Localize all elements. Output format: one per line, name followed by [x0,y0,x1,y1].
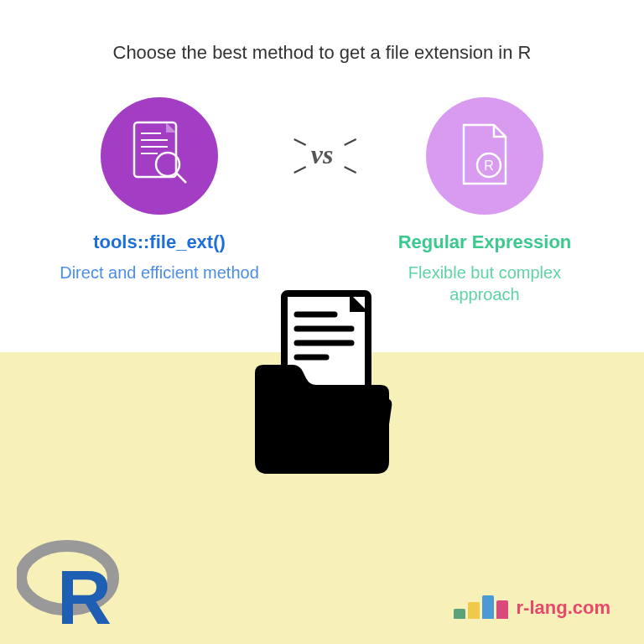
site-brand: r-lang.com [454,595,610,619]
r-file-icon: R [426,97,543,215]
comparison-row: tools::file_ext() Direct and efficient m… [0,97,644,305]
bars-icon [454,595,508,619]
svg-line-10 [345,167,356,173]
svg-text:R: R [57,556,112,632]
svg-line-9 [294,167,306,173]
bottom-section: R r-lang.com [0,352,644,644]
option-right-title: Regular Expression [376,231,594,253]
svg-text:R: R [484,158,494,173]
document-search-icon [101,97,218,215]
svg-line-7 [294,139,306,145]
option-left-title: tools::file_ext() [50,231,268,253]
page-title: Choose the best method to get a file ext… [0,42,644,64]
svg-line-8 [345,139,356,145]
option-right: R Regular Expression Flexible but comple… [376,97,594,305]
svg-line-6 [176,173,186,183]
r-logo-icon: R [17,540,126,636]
option-left-description: Direct and efficient method [50,262,268,283]
vs-badge: vs [311,139,334,170]
site-name: r-lang.com [517,597,610,619]
folder-document-icon [226,285,418,490]
option-left: tools::file_ext() Direct and efficient m… [50,97,268,283]
